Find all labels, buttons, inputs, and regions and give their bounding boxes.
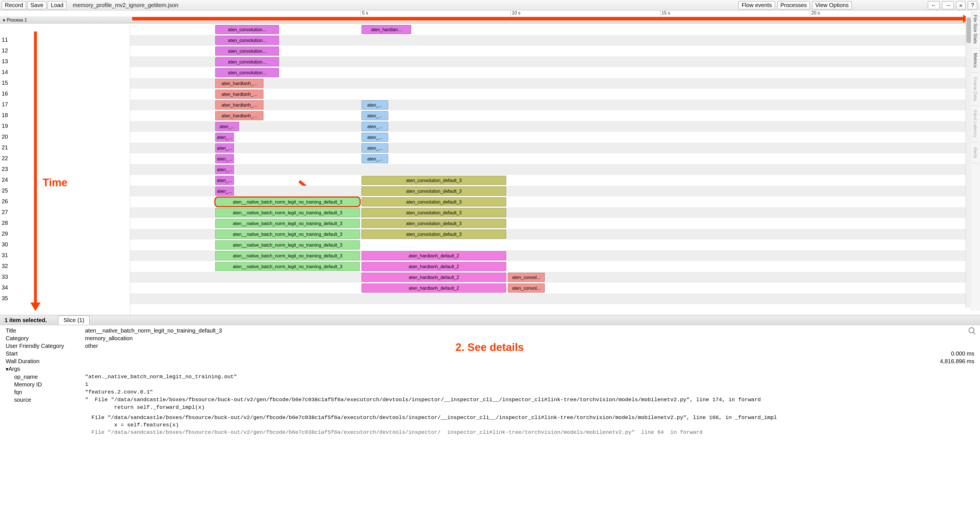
event-block[interactable]: aten__native_batch_norm_legit_no_trainin… xyxy=(215,219,360,228)
nav-more-button[interactable]: » xyxy=(956,1,966,10)
search-icon[interactable] xyxy=(969,328,974,333)
filename-label: memory_profile_mv2_ignore_getitem.json xyxy=(73,2,178,8)
ruler-tick: 5 s xyxy=(361,11,368,17)
event-block[interactable]: aten__native_batch_norm_legit_no_trainin… xyxy=(215,251,360,260)
track-row xyxy=(130,293,980,304)
processes-button[interactable]: Processes xyxy=(777,1,810,10)
args-key-opname: op_name xyxy=(14,374,85,380)
event-block[interactable]: aten_convol... xyxy=(508,273,545,282)
event-block[interactable]: aten_... xyxy=(215,165,234,174)
event-block[interactable]: aten_... xyxy=(361,133,388,142)
event-block[interactable]: aten_convolution_default_3 xyxy=(361,230,506,239)
tab-alerts[interactable]: Alerts xyxy=(972,142,979,163)
tab-input-latency[interactable]: Input Latency xyxy=(972,106,979,142)
event-block[interactable]: aten_... xyxy=(215,122,239,131)
details-panel: 1 item selected. Slice (1) 2. See detail… xyxy=(0,315,980,463)
event-block[interactable]: aten_... xyxy=(361,122,388,131)
disclosure-triangle-icon[interactable]: ▾ xyxy=(3,17,5,23)
row-number: 29 xyxy=(2,231,8,237)
event-block[interactable]: aten_... xyxy=(361,154,388,163)
event-block[interactable]: aten__native_batch_norm_legit_no_trainin… xyxy=(215,208,360,217)
event-block[interactable]: aten_... xyxy=(361,111,388,120)
record-button[interactable]: Record xyxy=(2,1,26,10)
flow-events-button[interactable]: Flow events xyxy=(738,1,775,10)
event-block[interactable]: aten_convolution_default_3 xyxy=(361,197,506,207)
vertical-scrollbar[interactable] xyxy=(966,16,972,308)
row-number: 19 xyxy=(2,123,8,129)
event-block[interactable]: aten_... xyxy=(215,143,234,153)
args-disclosure-icon[interactable]: ▾ xyxy=(6,366,8,372)
row-number: 23 xyxy=(2,166,8,172)
nav-back-button[interactable]: ← xyxy=(928,1,940,10)
row-number: 33 xyxy=(2,273,8,280)
track-row xyxy=(130,153,980,164)
event-block[interactable]: aten_... xyxy=(361,143,388,153)
event-block[interactable]: aten_... xyxy=(215,176,234,185)
event-block[interactable]: aten_... xyxy=(215,186,234,196)
event-block[interactable]: aten_... xyxy=(215,133,234,142)
event-block[interactable]: aten_hardtanh_default_2 xyxy=(361,283,506,293)
event-block[interactable]: aten_hardtanh_... xyxy=(215,111,263,120)
event-block[interactable]: aten_... xyxy=(361,100,388,110)
row-number: 11 xyxy=(2,37,8,43)
track-row xyxy=(130,283,980,293)
row-number: 34 xyxy=(2,285,8,291)
event-block[interactable]: aten__native_batch_norm_legit_no_trainin… xyxy=(215,262,360,271)
row-number: 27 xyxy=(2,209,8,215)
args-value-memid: 1 xyxy=(85,381,974,388)
row-number: 12 xyxy=(2,47,8,54)
nav-forward-button[interactable]: → xyxy=(942,1,954,10)
args-value-source-5: File "/data/sandcastle/boxes/fbsource/bu… xyxy=(85,429,974,436)
event-block[interactable]: aten__native_batch_norm_legit_no_trainin… xyxy=(215,230,360,239)
scrollbar-thumb[interactable] xyxy=(966,17,971,43)
details-tab-slice[interactable]: Slice (1) xyxy=(58,316,90,324)
event-block[interactable]: aten_convolution... xyxy=(215,57,279,66)
process-header[interactable]: ▾ Process 1 X xyxy=(0,17,980,24)
event-block[interactable]: aten_hardtanh_... xyxy=(215,90,263,99)
tab-file-size-stats[interactable]: File Size Stats xyxy=(972,10,979,48)
load-button[interactable]: Load xyxy=(48,1,67,10)
row-number: 25 xyxy=(2,188,8,194)
event-block[interactable]: aten_convolution_default_3 xyxy=(361,176,506,185)
event-block[interactable]: aten_convolution_default_3 xyxy=(361,208,506,217)
event-block[interactable]: aten_hardtan... xyxy=(361,25,411,34)
tab-metrics[interactable]: Metrics xyxy=(972,48,979,73)
event-block[interactable]: aten_hardtanh_default_2 xyxy=(361,251,506,260)
event-block[interactable]: aten_convolution... xyxy=(215,68,279,77)
view-options-button[interactable]: View Options xyxy=(812,1,851,10)
save-button[interactable]: Save xyxy=(27,1,46,10)
annotation-time-arrow xyxy=(34,32,37,304)
details-key-wall: Wall Duration xyxy=(6,358,85,364)
track-row xyxy=(130,272,980,283)
event-block[interactable]: aten_hardtanh_... xyxy=(215,79,263,88)
row-number: 17 xyxy=(2,101,8,108)
details-key-title: Title xyxy=(6,328,85,334)
event-block[interactable]: aten__native_batch_norm_legit_no_trainin… xyxy=(215,197,360,207)
args-value-source-3: File "/data/sandcastle/boxes/fbsource/bu… xyxy=(85,415,974,421)
details-value-category: memory_allocation xyxy=(85,335,974,342)
event-block[interactable]: aten_convolution... xyxy=(215,46,279,56)
track-row xyxy=(130,186,980,196)
event-block[interactable]: aten_convolution_default_3 xyxy=(361,219,506,228)
time-ruler[interactable]: 5 s 10 s 15 s 20 s xyxy=(0,11,980,17)
tab-frame-data[interactable]: Frame Data xyxy=(972,73,979,106)
track-row xyxy=(130,164,980,175)
selection-status: 1 item selected. xyxy=(5,317,47,323)
event-block[interactable]: aten_convol... xyxy=(508,283,545,293)
tracks-area[interactable]: Memory (in megabytes) 1. Click aten_conv… xyxy=(130,24,980,315)
row-number: 28 xyxy=(2,220,8,226)
event-block[interactable]: aten_hardtanh_default_2 xyxy=(361,273,506,282)
event-block[interactable]: aten_hardtanh_default_2 xyxy=(361,262,506,271)
row-number: 16 xyxy=(2,91,8,97)
track-row xyxy=(130,132,980,143)
row-number: 21 xyxy=(2,144,8,151)
event-block[interactable]: aten_... xyxy=(215,154,234,163)
help-button[interactable]: ? xyxy=(968,1,977,10)
event-block[interactable]: aten_hardtanh_... xyxy=(215,100,263,110)
event-block[interactable]: aten__native_batch_norm_legit_no_trainin… xyxy=(215,240,360,250)
event-block[interactable]: aten_convolution_default_3 xyxy=(361,186,506,196)
event-block[interactable]: aten_convolution... xyxy=(215,36,279,45)
row-number: 31 xyxy=(2,252,8,259)
event-block[interactable]: aten_convolution... xyxy=(215,25,279,34)
annotation-memory-arrow xyxy=(132,17,970,21)
